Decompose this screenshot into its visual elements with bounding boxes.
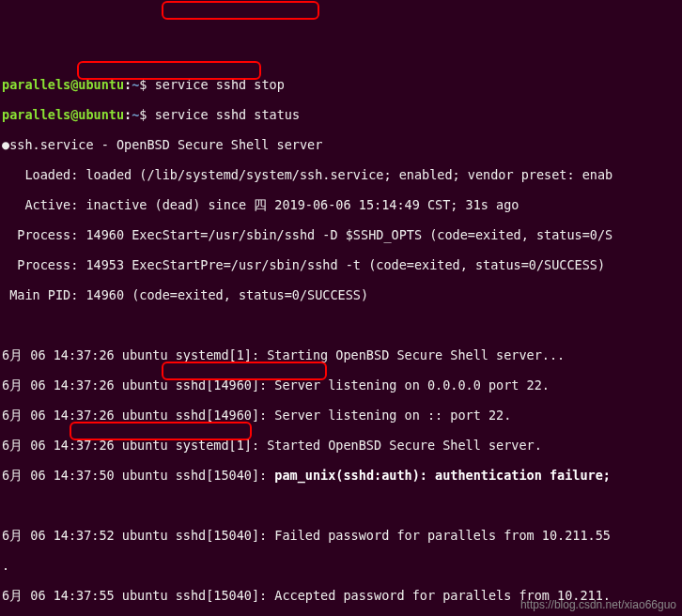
- service-active-dead: Active: inactive (dead) since 四 2019-06-…: [2, 197, 682, 212]
- log-line: 6月 06 14:37:26 ubuntu systemd[1]: Starti…: [2, 347, 682, 362]
- service-loaded: Loaded: loaded (/lib/systemd/system/ssh.…: [2, 167, 682, 182]
- prompt-line: parallels@ubuntu:~$ service sshd status: [2, 107, 682, 122]
- cmd-stop: service sshd stop: [155, 77, 285, 92]
- terminal-output[interactable]: parallels@ubuntu:~$ service sshd stop pa…: [2, 62, 682, 616]
- service-process: Process: 14953 ExecStartPre=/usr/sbin/ss…: [2, 257, 682, 272]
- service-header: ●ssh.service - OpenBSD Secure Shell serv…: [2, 137, 682, 152]
- log-wrap: .: [2, 558, 682, 573]
- status-dot-dead: ●: [2, 137, 9, 152]
- service-mainpid: Main PID: 14960 (code=exited, status=0/S…: [2, 287, 682, 302]
- prompt-line: parallels@ubuntu:~$ service sshd stop: [2, 77, 682, 92]
- log-line: 6月 06 14:37:26 ubuntu sshd[14960]: Serve…: [2, 377, 682, 393]
- log-line: 6月 06 14:37:52 ubuntu sshd[15040]: Faile…: [2, 528, 682, 543]
- cmd-status: service sshd status: [155, 107, 300, 122]
- log-line: 6月 06 14:37:50 ubuntu sshd[15040]: pam_u…: [2, 468, 682, 483]
- log-line: 6月 06 14:37:26 ubuntu systemd[1]: Starte…: [2, 438, 682, 453]
- user: parallels: [2, 77, 70, 92]
- highlight-stop-cmd: [162, 1, 319, 20]
- watermark: https://blog.csdn.net/xiao66guo: [520, 597, 676, 612]
- log-line: 6月 06 14:37:26 ubuntu sshd[14960]: Serve…: [2, 408, 682, 423]
- service-process: Process: 14960 ExecStart=/usr/sbin/sshd …: [2, 227, 682, 242]
